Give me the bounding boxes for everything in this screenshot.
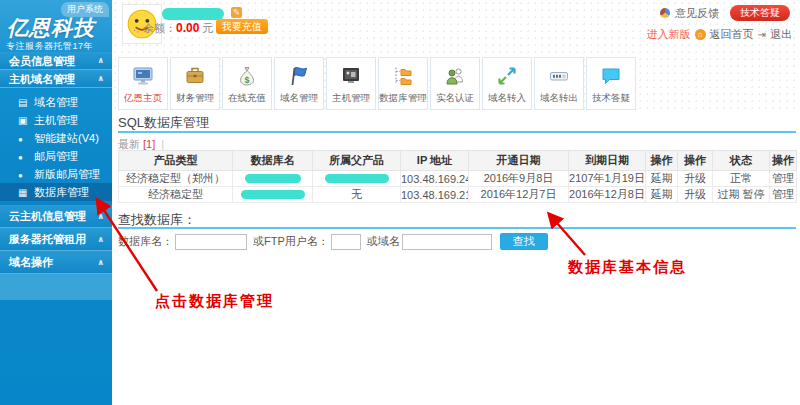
- server-strip-icon: [547, 61, 571, 91]
- cell-ip: 103.48.169.21: [401, 187, 469, 203]
- toolbar-item-host-manage[interactable]: 主机管理: [326, 57, 376, 110]
- section-title-sql-db: SQL数据库管理: [118, 114, 209, 132]
- cell-expire-date: 2016年12月8日: [569, 187, 646, 203]
- sidebar-item-database-manage[interactable]: 数据库管理: [0, 183, 112, 201]
- cell-open-date: 2016年12月7日: [469, 187, 569, 203]
- col-status: 状态: [713, 151, 770, 171]
- annotation-click-db-manage: 点击数据库管理: [155, 292, 274, 311]
- moneybag-icon: $: [235, 61, 259, 91]
- manage-link[interactable]: 管理: [770, 171, 797, 187]
- sidebar-spacer-band: [0, 274, 112, 300]
- manage-link[interactable]: 管理: [770, 187, 797, 203]
- sidebar: 用户系统 亿恩科技 专注服务器托管17年 会员信息管理 主机域名管理 域名管理 …: [0, 0, 112, 405]
- toolbar-item-realname-auth[interactable]: 实名认证: [430, 57, 480, 110]
- folder-tree-icon: [391, 61, 415, 91]
- status-cell: 正常: [713, 171, 770, 187]
- toolbar-item-recharge[interactable]: $ 在线充值: [222, 57, 272, 110]
- host-monitor-icon: [339, 61, 363, 91]
- sidebar-group-domain-ops[interactable]: 域名操作: [0, 251, 112, 274]
- chevron-up-icon: [98, 205, 105, 228]
- toolbar-label: 在线充值: [228, 91, 266, 104]
- sidebar-group-cloud-host[interactable]: 云主机信息管理: [0, 205, 112, 228]
- edit-icon[interactable]: [231, 7, 242, 18]
- tech-support-button[interactable]: 技术答疑: [730, 5, 790, 21]
- sidebar-group-member-info[interactable]: 会员信息管理: [0, 52, 112, 70]
- recharge-button[interactable]: 我要充值: [216, 19, 268, 34]
- col-op1: 操作: [646, 151, 678, 171]
- toolbar-item-tech-qa[interactable]: 技术答疑: [586, 57, 636, 110]
- upgrade-link[interactable]: 升级: [678, 171, 713, 187]
- db-name-input[interactable]: [175, 234, 247, 250]
- ftp-user-label: 或FTP用户名：: [253, 234, 329, 249]
- sidebar-item-newmail-manage[interactable]: 新版邮局管理: [0, 165, 112, 183]
- sidebar-item-label: 主机管理: [34, 114, 78, 126]
- sidebar-item-label: 智能建站(V4): [34, 132, 99, 144]
- sidebar-item-host-manage[interactable]: 主机管理: [0, 111, 112, 129]
- bullet-icon: [18, 130, 31, 149]
- sidebar-item-site-builder[interactable]: 智能建站(V4): [0, 129, 112, 147]
- svg-text:$: $: [244, 75, 249, 85]
- sidebar-item-label: 新版邮局管理: [34, 168, 100, 180]
- toolbar-item-finance[interactable]: 财务管理: [170, 57, 220, 110]
- cell-product-type: 经济稳定型: [119, 187, 233, 203]
- enter-new-version-link[interactable]: 进入新版: [647, 27, 691, 42]
- ftp-user-input[interactable]: [331, 234, 361, 250]
- monitor-icon: [18, 112, 31, 130]
- chevron-up-icon: [98, 52, 105, 70]
- search-form: 数据库名： 或FTP用户名： 或域名 查找: [118, 233, 548, 250]
- sidebar-group-label: 服务器托管租用: [9, 233, 86, 245]
- cell-parent: 无: [313, 187, 401, 203]
- censored-username: [162, 8, 224, 20]
- balance-unit: 元: [202, 22, 213, 34]
- transfer-arrows-icon: [495, 61, 519, 91]
- database-icon: [18, 184, 31, 202]
- logout-link[interactable]: 退出: [770, 27, 792, 42]
- sidebar-item-mail-manage[interactable]: 邮局管理: [0, 147, 112, 165]
- col-open-date: 开通日期: [469, 151, 569, 171]
- table-row: 经济稳定型 无 103.48.169.21 2016年12月7日 2016年12…: [119, 187, 797, 203]
- censored-blob: [245, 174, 301, 183]
- toolbar-item-domain-transfer-in[interactable]: 域名转入: [482, 57, 532, 110]
- annotation-db-basic-info: 数据库基本信息: [568, 258, 687, 277]
- delay-link[interactable]: 延期: [646, 187, 678, 203]
- cell-product-type: 经济稳定型（郑州）: [119, 171, 233, 187]
- toolbar-label: 技术答疑: [592, 91, 630, 104]
- sidebar-group-label: 会员信息管理: [9, 55, 75, 67]
- col-db-name: 数据库名: [233, 151, 313, 171]
- cell-expire-date: 2107年1月19日: [569, 171, 646, 187]
- sidebar-group-label: 主机域名管理: [9, 73, 75, 85]
- status-cell: 过期 暂停: [713, 187, 770, 203]
- back-home-link[interactable]: 返回首页: [710, 27, 754, 42]
- section-divider: [118, 131, 796, 133]
- upgrade-link[interactable]: 升级: [678, 187, 713, 203]
- db-name-label: 数据库名：: [118, 234, 173, 249]
- toolbar-label: 域名转出: [540, 91, 578, 104]
- toolbar-item-home[interactable]: 亿恩主页: [118, 57, 168, 110]
- sidebar-item-domain-manage[interactable]: 域名管理: [0, 93, 112, 111]
- sidebar-group-server-hosting[interactable]: 服务器托管租用: [0, 228, 112, 251]
- topbar-links-row2: 进入新版 返回首页 退出: [647, 27, 792, 42]
- toolbar-label: 财务管理: [176, 91, 214, 104]
- logo-block: 用户系统 亿恩科技 专注服务器托管17年: [0, 0, 112, 52]
- main-area: 余额：0.00 元 我要充值 意见反馈 技术答疑 进入新版 返回首页 退出 亿恩…: [112, 0, 800, 405]
- cell-db-name: [233, 171, 313, 187]
- section-divider: [118, 227, 796, 229]
- sidebar-submenu: 域名管理 主机管理 智能建站(V4) 邮局管理 新版邮局管理 数据库管理: [0, 88, 112, 205]
- toolbar-item-domain-transfer-out[interactable]: 域名转出: [534, 57, 584, 110]
- feedback-link[interactable]: 意见反馈: [675, 6, 719, 21]
- domain-label: 或域名: [367, 234, 400, 249]
- censored-blob: [325, 174, 389, 183]
- bullet-icon: [18, 148, 31, 167]
- toolbar-item-domain-manage[interactable]: 域名管理: [274, 57, 324, 110]
- book-icon: [18, 94, 31, 112]
- find-button[interactable]: 查找: [500, 233, 548, 250]
- col-op2: 操作: [678, 151, 713, 171]
- latest-badge[interactable]: [1]: [143, 138, 155, 150]
- toolbar-item-database-manage[interactable]: 数据库管理: [378, 57, 428, 110]
- toolbar-label: 域名转入: [488, 91, 526, 104]
- table-row: 经济稳定型（郑州） 103.48.169.24 2016年9月8日 2107年1…: [119, 171, 797, 187]
- chevron-up-icon: [98, 251, 105, 274]
- sidebar-group-host-domain[interactable]: 主机域名管理: [0, 70, 112, 88]
- domain-input[interactable]: [402, 234, 492, 250]
- delay-link[interactable]: 延期: [646, 171, 678, 187]
